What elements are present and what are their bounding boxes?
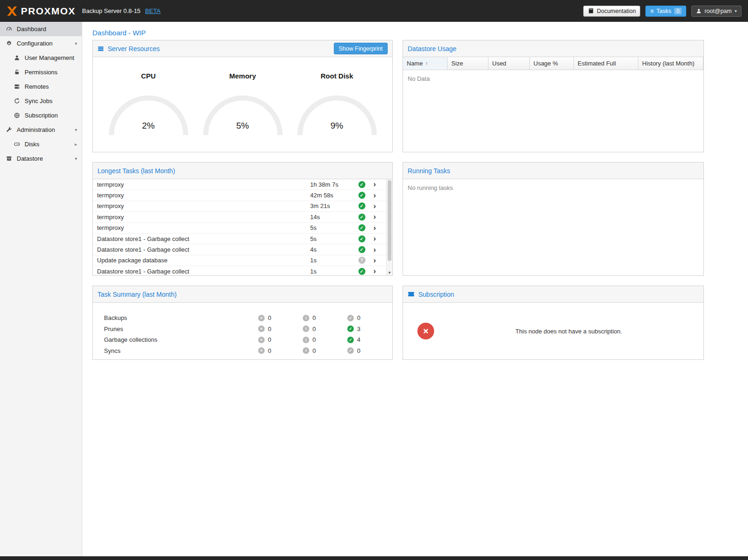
task-summary-header: Task Summary (last Month) — [93, 286, 392, 303]
user-menu-button[interactable]: root@pam ▾ — [691, 6, 741, 17]
task-row[interactable]: termproxy14s✓› — [93, 212, 386, 222]
status-ok-icon: ✓ — [358, 192, 365, 199]
column-header-usage[interactable]: Usage % — [530, 57, 574, 70]
chevron-right-icon[interactable]: › — [368, 181, 381, 188]
sidebar-item-dashboard[interactable]: Dashboard — [0, 22, 82, 36]
datastore-usage-body: Name↑SizeUsedUsage %Estimated FullHistor… — [403, 57, 703, 152]
chevron-right-icon[interactable]: › — [368, 267, 381, 275]
remotes-icon — [13, 84, 20, 90]
tasks-label: Tasks — [657, 8, 671, 14]
caret-down-icon[interactable]: ▾ — [75, 156, 77, 161]
ok-circle-icon: ✓ — [347, 315, 354, 321]
errors-count: 0 — [268, 336, 271, 343]
warning-circle-icon: ! — [303, 326, 309, 332]
beta-link[interactable]: BETA — [145, 7, 161, 14]
task-row[interactable]: Datastore store1 - Garbage collect4s✓› — [93, 244, 386, 255]
status-ok-icon: ✓ — [358, 202, 365, 209]
sidebar-item-disks[interactable]: Disks▸ — [0, 137, 82, 151]
sidebar-item-configuration[interactable]: Configuration▾ — [0, 36, 82, 51]
sidebar-item-administration[interactable]: Administration▾ — [0, 123, 82, 137]
longest-tasks-panel: Longest Tasks (last Month) termproxy1h 3… — [92, 162, 393, 276]
sidebar-item-label: Sync Jobs — [25, 98, 77, 104]
task-name: termproxy — [93, 224, 306, 231]
task-summary-panel: Task Summary (last Month) Backups×0!0✓0P… — [92, 286, 393, 360]
longest-tasks-header: Longest Tasks (last Month) — [93, 163, 392, 179]
panel-title: Longest Tasks (last Month) — [98, 167, 175, 175]
column-header-name[interactable]: Name↑ — [403, 57, 448, 70]
warnings-count: 0 — [312, 347, 316, 354]
tasks-button[interactable]: ≡ Tasks 0 — [645, 6, 686, 17]
errors-count: 0 — [268, 326, 271, 332]
datastore-usage-header: Datastore Usage — [403, 40, 703, 57]
server-resources-header: Server Resources Show Fingerprint — [93, 40, 392, 57]
chevron-right-icon[interactable]: › — [368, 192, 381, 199]
task-row[interactable]: Datastore store1 - Garbage collect1s✓› — [93, 266, 386, 275]
ok-count: 0 — [357, 314, 360, 321]
task-row[interactable]: termproxy3m 21s✓› — [93, 201, 386, 212]
chevron-right-icon[interactable]: › — [368, 224, 381, 232]
gauge-label: Root Disk — [296, 72, 378, 80]
subscription-panel: Subscription × This node does not have a… — [403, 286, 704, 360]
column-header-estimated-full[interactable]: Estimated Full — [574, 57, 638, 70]
gauge-label: CPU — [107, 72, 190, 80]
gauge-value: 2% — [107, 121, 190, 131]
sidebar-item-datastore[interactable]: Datastore▾ — [0, 151, 82, 166]
column-header-history-last-month[interactable]: History (last Month) — [638, 57, 703, 70]
scrollbar[interactable]: ▼ — [386, 179, 392, 275]
gauge-label: Memory — [202, 72, 284, 80]
warnings-count: 0 — [312, 314, 316, 321]
task-row[interactable]: termproxy1h 38m 7s✓› — [93, 179, 386, 190]
task-list: termproxy1h 38m 7s✓›termproxy42m 58s✓›te… — [93, 179, 386, 275]
column-label: Used — [492, 60, 506, 67]
sidebar-item-user-management[interactable]: User Management — [0, 51, 82, 65]
sidebar-item-remotes[interactable]: Remotes — [0, 79, 82, 94]
error-circle-icon: × — [258, 337, 265, 343]
errors-count: 0 — [268, 347, 271, 354]
chevron-right-icon[interactable]: › — [368, 246, 381, 254]
task-duration: 5s — [306, 235, 355, 242]
task-row[interactable]: Update package database1s?› — [93, 255, 386, 266]
task-summary-list: Backups×0!0✓0Prunes×0!0✓3Garbage collect… — [93, 303, 392, 356]
column-header-used[interactable]: Used — [488, 57, 530, 70]
task-row[interactable]: termproxy5s✓› — [93, 223, 386, 234]
caret-right-icon[interactable]: ▸ — [75, 142, 77, 147]
warnings-count: 0 — [312, 326, 316, 332]
task-row[interactable]: termproxy42m 58s✓› — [93, 190, 386, 201]
running-tasks-body: No running tasks — [403, 179, 703, 275]
show-fingerprint-button[interactable]: Show Fingerprint — [334, 43, 388, 54]
documentation-button[interactable]: Documentation — [583, 6, 640, 17]
task-list-icon: ≡ — [650, 8, 653, 14]
summary-label: Backups — [104, 314, 258, 321]
scroll-down-icon[interactable]: ▼ — [387, 271, 392, 275]
server-resources-panel: Server Resources Show Fingerprint CPU 2% — [92, 40, 393, 152]
error-circle-icon: × — [258, 315, 265, 321]
sidebar-item-sync-jobs[interactable]: Sync Jobs — [0, 94, 82, 108]
chevron-right-icon[interactable]: › — [368, 257, 381, 264]
column-header-size[interactable]: Size — [448, 57, 488, 70]
sidebar-item-subscription[interactable]: Subscription — [0, 108, 82, 123]
topbar-actions: Documentation ≡ Tasks 0 root@pam ▾ — [583, 6, 741, 17]
warning-circle-icon: ! — [303, 315, 309, 321]
sidebar-item-permissions[interactable]: Permissions — [0, 65, 82, 79]
task-duration: 5s — [306, 224, 355, 231]
task-name: Datastore store1 - Garbage collect — [93, 246, 306, 253]
scrollbar-thumb[interactable] — [388, 180, 391, 261]
task-row[interactable]: Datastore store1 - Garbage collect5s✓› — [93, 234, 386, 244]
caret-down-icon[interactable]: ▾ — [75, 41, 77, 46]
sidebar-item-label: Subscription — [25, 112, 77, 119]
status-ok-icon: ✓ — [358, 235, 365, 242]
task-duration: 42m 58s — [306, 192, 355, 199]
chevron-right-icon[interactable]: › — [368, 213, 381, 221]
no-running-tasks-text: No running tasks — [403, 179, 703, 196]
task-name: Datastore store1 - Garbage collect — [93, 235, 306, 242]
chevron-right-icon[interactable]: › — [368, 202, 381, 210]
subscription-header: Subscription — [403, 286, 703, 303]
sidebar-item-label: Administration — [17, 126, 71, 133]
panel-title: Datastore Usage — [408, 45, 456, 52]
subscription-body: × This node does not have a subscription… — [403, 303, 703, 359]
panel-title: Task Summary (last Month) — [98, 291, 176, 298]
gauge-arc: 5% — [202, 90, 284, 138]
chevron-right-icon[interactable]: › — [368, 235, 381, 242]
caret-down-icon[interactable]: ▾ — [75, 127, 77, 132]
status-ok-icon: ✓ — [358, 246, 365, 253]
